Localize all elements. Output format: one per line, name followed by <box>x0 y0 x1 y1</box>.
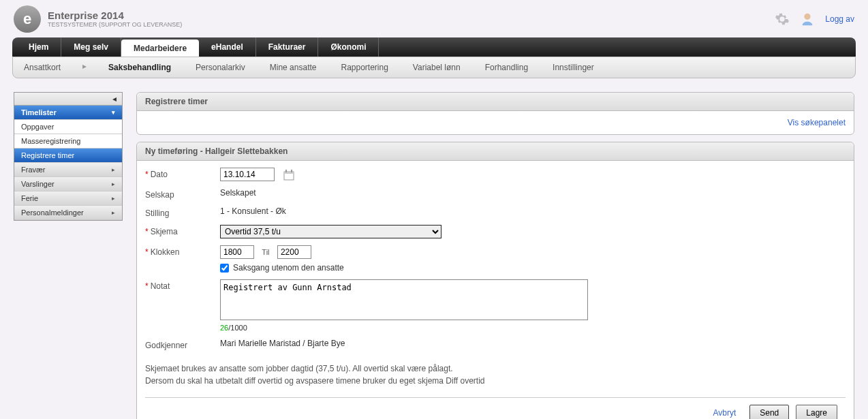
sub-nav-item-variabel-lønn[interactable]: Variabel lønn <box>410 61 463 74</box>
sub-nav-item-rapportering[interactable]: Rapportering <box>338 61 390 74</box>
sidebar-item-personalmeldinger[interactable]: Personalmeldinger <box>14 206 122 220</box>
sub-nav: Ansattkort▸ SaksbehandlingPersonalarkivM… <box>12 57 856 78</box>
sub-nav-item-ansattkort[interactable]: Ansattkort <box>21 61 63 74</box>
panel-top: Registrere timer Vis søkepanelet <box>136 92 854 135</box>
sidebar: ◂ TimelisterOppgaverMasseregistreringReg… <box>14 92 123 221</box>
header-actions: Logg av <box>775 12 854 27</box>
label-klokken: *Klokken <box>145 245 220 257</box>
app-header: e Enterprise 2014 TESTSYSTEMER (SUPPORT … <box>0 0 868 37</box>
main-content: Registrere timer Vis søkepanelet Ny time… <box>136 92 854 419</box>
panel-top-title: Registrere timer <box>137 93 854 111</box>
dato-input[interactable] <box>220 168 275 181</box>
label-skjema: *Skjema <box>145 225 220 236</box>
gear-icon[interactable] <box>775 12 790 27</box>
label-selskap: Selskap <box>145 188 220 200</box>
sidebar-item-fravær[interactable]: Fravær <box>14 163 122 177</box>
label-til: Til <box>262 248 269 256</box>
svg-rect-3 <box>285 170 287 172</box>
label-stilling: Stilling <box>145 206 220 218</box>
time-to-input[interactable] <box>277 245 311 259</box>
value-godkjenner: Mari Marielle Maristad / Bjarte Bye <box>220 339 345 348</box>
main-nav-item-økonomi[interactable]: Økonomi <box>318 37 379 57</box>
logout-link[interactable]: Logg av <box>825 14 854 24</box>
user-icon[interactable] <box>800 12 815 27</box>
panel-form: Ny timeføring - Hallgeir Slettebakken *D… <box>136 142 854 419</box>
app-title: Enterprise 2014 <box>48 10 182 21</box>
sub-nav-item-forhandling[interactable]: Forhandling <box>482 61 531 74</box>
main-nav-item-ehandel[interactable]: eHandel <box>199 37 256 57</box>
svg-rect-4 <box>291 170 292 172</box>
label-dato: *Dato <box>145 168 220 179</box>
send-button[interactable]: Send <box>749 405 789 419</box>
label-godkjenner: Godkjenner <box>145 339 220 350</box>
saksgang-checkbox[interactable] <box>220 264 229 273</box>
help-text: Skjemaet brukes av ansatte som jobber da… <box>145 362 846 387</box>
sidebar-item-ferie[interactable]: Ferie <box>14 191 122 206</box>
skjema-select[interactable]: Overtid 37,5 t/u <box>220 225 441 238</box>
logo-area: e Enterprise 2014 TESTSYSTEMER (SUPPORT … <box>14 5 182 33</box>
sub-nav-item-personalarkiv[interactable]: Personalarkiv <box>193 61 248 74</box>
logo-icon: e <box>14 5 41 33</box>
calendar-icon[interactable] <box>283 170 294 181</box>
main-nav-item-medarbeidere[interactable]: Medarbeidere <box>121 40 199 57</box>
sidebar-item-registrere-timer[interactable]: Registrere timer <box>14 149 122 163</box>
time-from-input[interactable] <box>220 245 254 259</box>
sidebar-collapse-icon[interactable]: ◂ <box>14 93 122 106</box>
label-saksgang: Saksgang utenom den ansatte <box>233 263 344 273</box>
sidebar-item-oppgaver[interactable]: Oppgaver <box>14 120 122 134</box>
form-title: Ny timeføring - Hallgeir Slettebakken <box>137 142 854 161</box>
sub-nav-item-mine-ansatte[interactable]: Mine ansatte <box>267 61 320 74</box>
main-nav-item-meg selv[interactable]: Meg selv <box>61 37 121 57</box>
search-panel-link[interactable]: Vis søkepanelet <box>145 118 846 127</box>
sub-nav-item-saksbehandling[interactable]: Saksbehandling <box>106 61 174 74</box>
app-subtitle: TESTSYSTEMER (SUPPORT OG LEVERANSE) <box>48 21 182 28</box>
form-footer: Avbryt Send Lagre <box>145 397 846 419</box>
label-notat: *Notat <box>145 279 220 291</box>
main-nav: HjemMeg selvMedarbeidereeHandelFakturaer… <box>12 37 856 57</box>
sub-nav-item-innstillinger[interactable]: Innstillinger <box>550 61 597 74</box>
value-selskap: Selskapet <box>220 188 256 198</box>
svg-point-0 <box>805 13 811 19</box>
sidebar-item-timelister[interactable]: Timelister <box>14 106 122 120</box>
main-nav-item-hjem[interactable]: Hjem <box>16 37 61 57</box>
notat-textarea[interactable] <box>220 279 588 320</box>
sidebar-item-masseregistrering[interactable]: Masseregistrering <box>14 134 122 149</box>
value-stilling: 1 - Konsulent - Øk <box>220 206 286 216</box>
main-nav-item-fakturaer[interactable]: Fakturaer <box>256 37 319 57</box>
char-count: 26/1000 <box>220 324 846 332</box>
cancel-link[interactable]: Avbryt <box>713 408 736 418</box>
save-button[interactable]: Lagre <box>796 405 837 419</box>
sidebar-item-varslinger[interactable]: Varslinger <box>14 177 122 191</box>
logo-text: Enterprise 2014 TESTSYSTEMER (SUPPORT OG… <box>48 10 182 28</box>
